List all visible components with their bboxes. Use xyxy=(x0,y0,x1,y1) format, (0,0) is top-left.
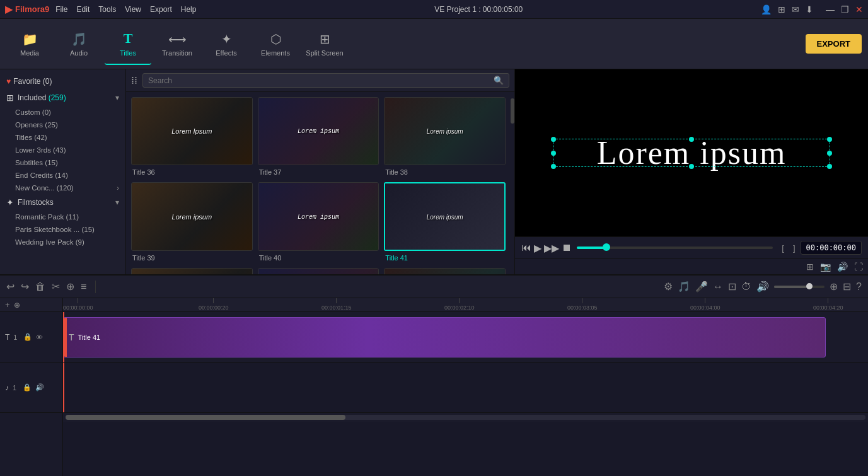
split-layout-icon[interactable]: ⊟ xyxy=(843,281,851,293)
crop-icon[interactable]: ⊡ xyxy=(728,281,736,293)
panel-item-lower3rds[interactable]: Lower 3rds (43) xyxy=(0,144,125,156)
panel-item-titles[interactable]: Titles (42) xyxy=(0,131,125,144)
handle-right[interactable] xyxy=(827,151,832,156)
layout-icon[interactable]: ⊞ xyxy=(778,4,785,15)
menu-edit[interactable]: Edit xyxy=(77,5,90,14)
browser-scrollbar-thumb[interactable] xyxy=(511,98,514,124)
speed-icon[interactable]: ⏱ xyxy=(741,281,751,293)
playback-settings-icon[interactable]: ⚙ xyxy=(664,281,673,293)
undo-button[interactable]: ↩ xyxy=(6,281,14,293)
add-track-icon[interactable]: + xyxy=(5,300,10,310)
handle-tl[interactable] xyxy=(551,137,556,142)
title-item-40[interactable]: Lorem ipsum Title 40 xyxy=(258,182,379,262)
magnet-icon[interactable]: ⊕ xyxy=(14,301,20,310)
title-item-39[interactable]: Lorem ipsum Title 39 xyxy=(131,182,253,262)
fullscreen-icon[interactable]: ⛶ xyxy=(854,262,863,272)
record-icon[interactable]: 🎤 xyxy=(695,281,708,293)
fast-forward-button[interactable]: ▶▶ xyxy=(544,242,559,254)
panel-item-wedding[interactable]: Wedding Ive Pack (9) xyxy=(0,236,125,248)
user-icon[interactable]: 👤 xyxy=(761,4,772,15)
skip-back-button[interactable]: ⏮ xyxy=(521,242,531,253)
menu-view[interactable]: View xyxy=(125,5,141,14)
mail-icon[interactable]: ✉ xyxy=(792,4,799,15)
toolbar-effects[interactable]: ✦ Effects xyxy=(203,23,250,65)
section-filmstocks[interactable]: ✦ Filmstocks ▾ xyxy=(0,194,125,211)
title-track-icon: T xyxy=(5,333,9,342)
toolbar-elements[interactable]: ⬡ Elements xyxy=(252,23,299,65)
close-button[interactable]: ✕ xyxy=(855,4,863,15)
handle-left[interactable] xyxy=(551,151,556,156)
panel-item-newconc-arrow: › xyxy=(117,184,119,192)
panel-item-subtitles[interactable]: Subtitles (15) xyxy=(0,156,125,169)
title-item-36[interactable]: Lorem Ipsum Title 36 xyxy=(131,97,253,177)
redo-button[interactable]: ↪ xyxy=(21,281,29,293)
play-button[interactable]: ▶ xyxy=(534,242,541,254)
pip-icon[interactable]: ⊞ xyxy=(806,262,814,272)
toolbar-audio[interactable]: 🎵 Audio xyxy=(55,23,102,65)
volume-icon[interactable]: 🔊 xyxy=(837,262,848,272)
minimize-button[interactable]: — xyxy=(826,4,835,15)
title-clip-41[interactable]: T Title 41 xyxy=(63,317,826,357)
timeline-section: ↩ ↪ 🗑 ✂ ⊕ ≡ ⚙ 🎵 🎤 ↔ ⊡ ⏱ 🔊 ⊕ ⊟ ? xyxy=(0,274,868,476)
stabilize-icon[interactable]: ↔ xyxy=(713,281,723,293)
left-panel: ♥ Favorite (0) ⊞ Included (259) ▾ Custom… xyxy=(0,69,126,274)
delete-button[interactable]: 🗑 xyxy=(35,281,45,293)
title-item-37[interactable]: Lorem ipsum Title 37 xyxy=(258,97,379,177)
ruler-tick xyxy=(213,298,214,303)
section-included[interactable]: ⊞ Included (259) ▾ xyxy=(0,90,125,106)
view-toggle-icon[interactable]: ⁞⁞ xyxy=(131,74,137,86)
export-button[interactable]: EXPORT xyxy=(806,34,862,54)
search-input[interactable] xyxy=(148,76,490,85)
menu-help[interactable]: Help xyxy=(181,5,197,14)
zoom-knob[interactable] xyxy=(806,283,813,289)
panel-item-custom[interactable]: Custom (0) xyxy=(0,106,125,119)
eye-icon[interactable]: 👁 xyxy=(36,334,43,341)
stop-button[interactable]: ⏹ xyxy=(562,242,572,253)
horizontal-scrollbar[interactable] xyxy=(66,415,865,420)
audio-volume-icon[interactable]: 🔊 xyxy=(35,383,44,392)
download-icon[interactable]: ⬇ xyxy=(806,4,813,15)
title-item-dl1[interactable]: ⬇ xyxy=(131,268,253,274)
menu-tools[interactable]: Tools xyxy=(98,5,116,14)
audio-duck-icon[interactable]: 🎵 xyxy=(678,281,690,293)
toolbar-transition[interactable]: ⟷ Transition xyxy=(154,23,200,65)
lock-icon[interactable]: 🔒 xyxy=(23,333,32,341)
scrollbar-thumb[interactable] xyxy=(66,415,345,420)
panel-item-paris[interactable]: Paris Sketchbook ... (15) xyxy=(0,223,125,236)
title-item-38[interactable]: Lorem ipsum Title 38 xyxy=(384,97,506,177)
bracket-right-icon[interactable]: ] xyxy=(793,243,796,253)
handle-tr[interactable] xyxy=(827,137,832,142)
handle-br[interactable] xyxy=(827,164,832,169)
screenshot-icon[interactable]: 📷 xyxy=(820,262,831,272)
progress-knob[interactable] xyxy=(603,243,610,251)
title-item-dl3[interactable]: ⬇ xyxy=(384,268,506,274)
cut-button[interactable]: ✂ xyxy=(52,281,60,293)
title-item-41[interactable]: Lorem ipsum Title 41 xyxy=(384,182,506,262)
browser-scrollbar[interactable] xyxy=(511,92,514,274)
menu-export[interactable]: Export xyxy=(150,5,172,14)
ruler-mark-5: 00:00:04:00 xyxy=(690,298,720,312)
restore-button[interactable]: ❐ xyxy=(841,4,849,15)
playhead[interactable] xyxy=(63,312,64,362)
progress-bar[interactable] xyxy=(577,247,773,249)
menu-file[interactable]: File xyxy=(55,5,67,14)
adjust-button[interactable]: ≡ xyxy=(81,281,86,293)
help-button[interactable]: ? xyxy=(856,281,862,293)
add-marker-button[interactable]: ⊕ xyxy=(66,281,74,293)
favorite-section[interactable]: ♥ Favorite (0) xyxy=(0,73,125,90)
title-item-dl2[interactable]: ⬇ xyxy=(258,268,379,274)
panel-item-endcredits[interactable]: End Credits (14) xyxy=(0,169,125,182)
panel-item-openers[interactable]: Openers (25) xyxy=(0,119,125,131)
audio-playhead[interactable] xyxy=(63,363,64,412)
audio-lock-icon[interactable]: 🔒 xyxy=(23,383,32,392)
handle-bl[interactable] xyxy=(551,164,556,169)
panel-item-newconc[interactable]: New Conc... (120) › xyxy=(0,182,125,194)
bracket-left-icon[interactable]: [ xyxy=(782,243,784,253)
toolbar-media[interactable]: 📁 Media xyxy=(6,23,53,65)
toolbar-titles[interactable]: T Titles xyxy=(105,23,151,65)
volume-tl-icon[interactable]: 🔊 xyxy=(756,281,769,293)
zoom-in-button[interactable]: ⊕ xyxy=(830,281,838,293)
zoom-slider[interactable] xyxy=(774,286,825,288)
toolbar-split-screen[interactable]: ⊞ Split Screen xyxy=(301,23,348,65)
panel-item-romantic[interactable]: Romantic Pack (11) xyxy=(0,211,125,223)
